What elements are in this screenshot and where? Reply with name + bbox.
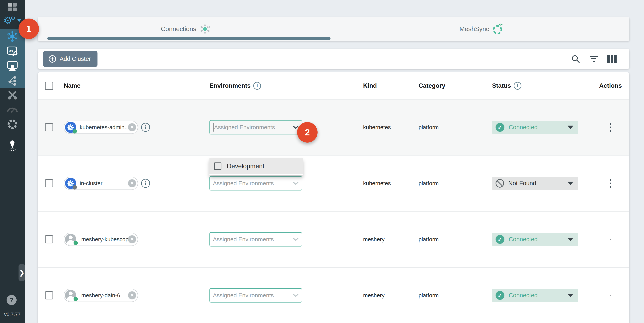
category-value: platform — [418, 180, 439, 187]
chevron-down-icon[interactable] — [293, 237, 299, 241]
status-chip[interactable]: ✓ Connected — [492, 233, 578, 246]
caret-down-icon — [568, 238, 573, 241]
check-circle-icon: ✓ — [496, 123, 504, 132]
environments-select[interactable]: Assigned Environments — [210, 232, 302, 246]
sidebar-item-mesh-map[interactable] — [0, 139, 25, 152]
kind-value: meshery — [363, 236, 384, 243]
connection-name: kubernetes-admin... — [76, 124, 128, 131]
remove-connection-button[interactable]: ✕ — [128, 291, 136, 299]
development-checkbox[interactable] — [214, 162, 222, 170]
environments-select[interactable]: Assigned Environments — [210, 120, 302, 134]
column-name: Name — [64, 82, 80, 89]
environments-placeholder: Assigned Environments — [213, 180, 287, 187]
select-divider — [288, 291, 289, 300]
kubernetes-logo-icon: ☸ — [65, 122, 76, 133]
chevron-down-icon[interactable] — [293, 181, 299, 185]
meshsync-spinner-icon — [492, 23, 504, 35]
select-divider — [288, 235, 289, 244]
status-chip[interactable]: ✓ Connected — [492, 289, 578, 302]
tab-meshsync[interactable]: MeshSync — [334, 17, 629, 41]
sidebar-item-configuration[interactable]: <> — [0, 44, 25, 59]
sidebar-item-dashboard[interactable] — [0, 0, 25, 14]
remove-connection-button[interactable]: ✕ — [128, 235, 136, 243]
expand-sidebar-button[interactable]: ❯ — [18, 264, 25, 281]
category-value: platform — [418, 236, 439, 243]
remove-connection-button[interactable]: ✕ — [128, 179, 136, 187]
status-label: Connected — [509, 236, 538, 243]
status-chip[interactable]: Not Found — [492, 177, 578, 190]
sidebar: ⚙⚙ <> — [0, 0, 25, 323]
environments-dropdown: Development — [210, 158, 303, 175]
prohibited-icon — [496, 179, 504, 188]
connection-info-icon[interactable]: i — [141, 123, 150, 132]
row-actions-menu-button[interactable] — [608, 178, 612, 189]
development-label: Development — [227, 162, 264, 170]
environments-select[interactable]: Assigned Environments — [210, 176, 302, 190]
filter-button[interactable] — [590, 56, 598, 62]
connection-chip[interactable]: meshery-dain-6 ✕ — [64, 289, 138, 302]
row-checkbox[interactable] — [45, 235, 53, 243]
sidebar-item-performance[interactable] — [0, 102, 25, 116]
sidebar-item-mesh-adapters[interactable] — [0, 117, 25, 131]
select-all-checkbox[interactable] — [45, 82, 53, 90]
tab-connections-label: Connections — [161, 25, 196, 33]
row-checkbox[interactable] — [45, 123, 53, 131]
connected-status-dot — [72, 129, 77, 134]
active-tab-indicator — [47, 37, 330, 40]
view-columns-button[interactable] — [607, 55, 616, 63]
connection-chip[interactable]: ☸ kubernetes-admin... ✕ — [64, 121, 138, 134]
category-value: platform — [418, 292, 439, 299]
sidebar-item-remote-sessions[interactable] — [0, 59, 25, 73]
connection-info-icon[interactable]: i — [141, 179, 150, 188]
table-row: meshery-dain-6 ✕ Assigned Environments m… — [38, 267, 629, 323]
table-header: Name Environments i Kind Category Status… — [38, 72, 629, 100]
column-kind: Kind — [363, 82, 377, 89]
column-status: Status — [492, 82, 511, 89]
add-cluster-button[interactable]: Add Cluster — [43, 51, 98, 67]
environments-info-icon[interactable]: i — [253, 82, 261, 90]
close-icon: ✕ — [130, 125, 134, 130]
row-actions-menu-button[interactable] — [608, 122, 612, 133]
sidebar-item-workflows[interactable] — [0, 73, 25, 88]
workflow-icon — [7, 76, 18, 86]
chevron-down-icon[interactable] — [293, 293, 299, 297]
environment-option-development[interactable]: Development — [210, 158, 303, 174]
environments-select[interactable]: Assigned Environments — [210, 288, 302, 302]
check-circle-icon: ✓ — [496, 291, 504, 300]
close-icon: ✕ — [130, 181, 134, 186]
close-icon: ✕ — [130, 237, 134, 242]
help-button[interactable]: ? — [6, 295, 16, 305]
column-category: Category — [418, 82, 445, 89]
connections-mesh-icon — [6, 31, 18, 42]
kind-value: kubernetes — [363, 124, 391, 131]
table-row: ☸ kubernetes-admin... ✕ i Assigned Envir… — [38, 100, 629, 156]
sidebar-item-toolkit[interactable] — [0, 88, 25, 102]
status-label: Connected — [509, 292, 538, 299]
column-environments: Environments — [210, 82, 250, 89]
gauge-icon — [6, 105, 18, 113]
search-icon — [571, 54, 580, 64]
connected-status-dot — [74, 297, 78, 301]
plus-circle-icon — [48, 55, 56, 63]
connections-mesh-icon — [200, 23, 210, 35]
annotation-step-1-badge: 1 — [18, 19, 39, 39]
row-checkbox[interactable] — [45, 291, 53, 299]
row-checkbox[interactable] — [45, 179, 53, 187]
crossed-tools-icon — [7, 89, 18, 100]
connection-chip[interactable]: meshery-kubescop... ✕ — [64, 233, 138, 246]
remove-connection-button[interactable]: ✕ — [128, 123, 136, 131]
dashboard-icon — [8, 3, 16, 11]
kubernetes-logo-icon: ☸ — [65, 178, 76, 189]
connection-name: in-cluster — [76, 180, 128, 187]
environments-placeholder: Assigned Environments — [213, 292, 287, 299]
caret-down-icon — [568, 182, 573, 185]
status-info-icon[interactable]: i — [514, 82, 522, 90]
svg-text:<>: <> — [9, 49, 13, 53]
check-circle-icon: ✓ — [496, 235, 504, 244]
status-chip[interactable]: ✓ Connected — [492, 121, 578, 134]
connection-chip[interactable]: ☸ in-cluster ✕ — [64, 177, 138, 190]
tabbar: Connections MeshSync — [38, 17, 629, 41]
question-mark-icon: ? — [10, 296, 14, 304]
kind-value: meshery — [363, 292, 384, 299]
search-button[interactable] — [571, 54, 580, 64]
